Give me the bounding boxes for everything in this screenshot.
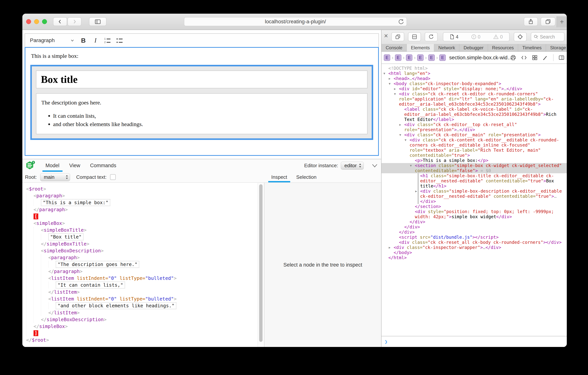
dock-side-button[interactable] xyxy=(391,32,404,41)
devtools-tab-network[interactable]: Network xyxy=(434,44,459,52)
dom-tree-line[interactable]: <script src="dist/bundle.js"></script> xyxy=(381,235,567,240)
devtools-tab-resources[interactable]: Resources xyxy=(488,44,518,52)
model-tree-line[interactable]: "This is a simple box:" xyxy=(22,199,258,206)
dock-bottom-button[interactable] xyxy=(408,32,421,41)
devtools-tab-debugger[interactable]: Debugger xyxy=(459,44,488,52)
inspector-tab-commands[interactable]: Commands xyxy=(85,159,121,172)
inspector-tab-view[interactable]: View xyxy=(64,159,85,172)
italic-button[interactable]: I xyxy=(89,35,102,46)
quick-console[interactable]: ❯ xyxy=(381,336,567,347)
list-item[interactable]: It can contain lists, xyxy=(53,113,363,119)
address-bar[interactable]: localhost/creating-a-plugin/ xyxy=(184,17,407,26)
dom-tree-line[interactable]: </div> xyxy=(381,230,567,235)
model-tree-line[interactable]: </listItem> xyxy=(22,288,258,295)
model-tree-line[interactable]: </paragraph> xyxy=(22,206,258,213)
split-panel-icon[interactable] xyxy=(558,55,565,60)
model-tree-line[interactable]: ] xyxy=(22,330,258,337)
compact-text-checkbox[interactable] xyxy=(110,174,116,180)
root-select[interactable]: main xyxy=(40,173,70,181)
panel-tab-selection[interactable]: Selection xyxy=(292,172,321,182)
back-button[interactable] xyxy=(53,17,67,26)
tab-overview-button[interactable] xyxy=(541,17,556,26)
dom-tree-line[interactable]: ▶<div id="editor" style="display: none;"… xyxy=(381,86,567,91)
collapse-inspector-icon[interactable] xyxy=(371,163,378,168)
dom-tree-line[interactable]: ▼<div class="ck ck-content ck-editor__ed… xyxy=(381,137,567,158)
intro-paragraph[interactable]: This is a simple box: xyxy=(31,53,372,59)
element-badge[interactable]: E xyxy=(417,55,424,61)
model-tree-line[interactable]: <simpleBox> xyxy=(22,220,258,227)
zoom-window-button[interactable] xyxy=(42,19,47,24)
model-tree-line[interactable]: <paragraph> xyxy=(22,254,258,261)
element-picker-button[interactable] xyxy=(514,32,527,41)
list-item[interactable]: and other block elements like headings. xyxy=(53,121,363,127)
model-tree-line[interactable]: </simpleBoxDescription> xyxy=(22,316,258,323)
dom-tree-line[interactable]: </html> xyxy=(381,255,567,260)
element-badge[interactable]: E xyxy=(428,55,435,61)
numbered-list-button[interactable]: 12 xyxy=(102,35,114,46)
dom-tree-line[interactable]: </body> xyxy=(381,250,567,255)
simple-box-title[interactable]: Box title xyxy=(36,70,368,88)
dom-tree-line[interactable]: <div style="position: fixed; top: 0px; l… xyxy=(381,209,567,219)
model-tree-line[interactable]: </simpleBoxTitle> xyxy=(22,240,258,247)
model-tree-line[interactable]: [ xyxy=(22,213,258,220)
model-tree-line[interactable]: </paragraph> xyxy=(22,268,258,275)
simple-box-description[interactable]: The description goes here. It can contai… xyxy=(36,93,368,134)
dom-tree-line[interactable]: </div> xyxy=(381,224,567,230)
dom-tree-line[interactable]: ▼<body class="ck-inspector-body-expanded… xyxy=(381,81,567,86)
dom-tree-line[interactable]: ▼<section class="simple-box ck-widget ck… xyxy=(381,163,567,173)
new-tab-button[interactable]: + xyxy=(556,16,567,27)
show-source-icon[interactable] xyxy=(521,55,527,60)
paragraph-dropdown[interactable]: Paragraph xyxy=(30,37,77,44)
devtools-tab-elements[interactable]: Elements xyxy=(407,44,434,52)
element-badge[interactable]: E xyxy=(439,55,446,61)
reload-page-button[interactable] xyxy=(425,32,438,41)
model-tree-line[interactable]: </$root> xyxy=(22,337,258,343)
bulleted-list-button[interactable] xyxy=(114,35,126,46)
model-tree-line[interactable]: "The description goes here." xyxy=(22,261,258,268)
layout-grid-icon[interactable] xyxy=(532,55,538,60)
dom-tree-line[interactable]: ▶<div class="ck-inspector-wrapper">…</di… xyxy=(381,245,567,250)
model-tree-line[interactable]: </simpleBox> xyxy=(22,323,258,330)
share-button[interactable] xyxy=(524,17,538,26)
sidebar-toggle-button[interactable] xyxy=(89,17,106,26)
model-tree-line[interactable]: "Box title" xyxy=(22,233,258,240)
dom-tree-line[interactable]: ▼<div class="ck ck-reset ck-editor ck-ro… xyxy=(381,91,567,107)
dom-tree-line[interactable]: ▼<html lang="en"> xyxy=(381,71,567,76)
simple-box-widget[interactable]: Box title The description goes here. It … xyxy=(30,65,373,140)
minimize-window-button[interactable] xyxy=(34,19,39,24)
element-badge[interactable]: E xyxy=(384,55,390,61)
dom-tree-line[interactable]: <!DOCTYPE html> xyxy=(381,66,567,71)
dom-tree-line[interactable]: <h1 class="simple-box-title ck-editor__e… xyxy=(381,173,567,189)
model-tree-scrollbar[interactable] xyxy=(258,183,264,347)
model-tree-line[interactable]: <listItem listIndent="0" listType="bulle… xyxy=(22,275,258,282)
dom-tree-line[interactable]: </section> xyxy=(381,204,567,209)
model-tree-line[interactable]: </listItem> xyxy=(22,309,258,316)
dom-tree-line[interactable]: <label class="ck ck-label ck-voice-label… xyxy=(381,107,567,122)
dom-tree-line[interactable]: ▼<div class="ck ck-editor__main" role="p… xyxy=(381,132,567,137)
close-window-button[interactable] xyxy=(26,19,31,24)
close-devtools-button[interactable]: ✕ xyxy=(384,33,388,39)
issue-counts-group[interactable]: 4 0 0 xyxy=(443,32,510,41)
inspector-tab-model[interactable]: Model xyxy=(41,159,64,172)
dom-tree-line[interactable]: <div class="ck ck-reset_all ck-body ck-r… xyxy=(381,240,567,245)
element-badge[interactable]: E xyxy=(406,55,412,61)
devtools-tab-storage[interactable]: Storage xyxy=(546,44,567,52)
rich-text-editor[interactable]: This is a simple box: Box title The desc… xyxy=(25,47,379,156)
element-badge[interactable]: E xyxy=(395,55,401,61)
devtools-tab-timelines[interactable]: Timelines xyxy=(518,44,546,52)
model-tree-line[interactable]: <listItem listIndent="0" listType="bulle… xyxy=(22,295,258,302)
model-tree-line[interactable]: "and other block elements like headings.… xyxy=(22,302,258,309)
panel-tab-inspect[interactable]: Inspect xyxy=(267,172,292,182)
dom-tree-line[interactable]: </div> xyxy=(381,219,567,224)
bold-button[interactable]: B xyxy=(77,35,89,46)
description-paragraph[interactable]: The description goes here. xyxy=(41,99,362,106)
dom-tree-line[interactable]: ▶<div class="ck ck-editor__top ck-reset_… xyxy=(381,122,567,132)
scrollbar-thumb[interactable] xyxy=(259,184,262,342)
reload-icon[interactable] xyxy=(398,19,404,25)
model-tree-line[interactable]: <simpleBoxDescription> xyxy=(22,247,258,254)
model-tree-line[interactable]: <paragraph> xyxy=(22,192,258,199)
dom-tree-line[interactable]: ▶<div class="simple-box-description ck-e… xyxy=(381,189,567,204)
box-title-heading[interactable]: Box title xyxy=(41,74,363,85)
model-tree-line[interactable]: <simpleBoxTitle> xyxy=(22,227,258,233)
print-icon[interactable] xyxy=(510,55,516,60)
